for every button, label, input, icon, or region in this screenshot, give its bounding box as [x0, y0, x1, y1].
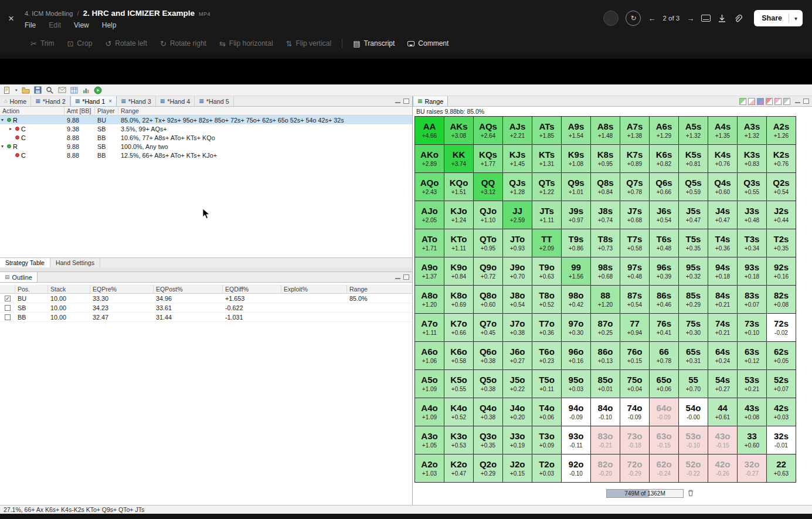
- avatar[interactable]: [603, 11, 619, 26]
- column-header-action[interactable]: Action: [0, 107, 64, 115]
- hand-cell-95o[interactable]: 95o+0.03: [562, 370, 591, 398]
- column-header-range[interactable]: Range: [347, 285, 412, 293]
- hand-cell-q4o[interactable]: Q4o+0.38: [474, 398, 503, 426]
- tab-hand-4[interactable]: ▦*Hand 4: [156, 96, 195, 106]
- hand-cell-k2s[interactable]: K2s+0.76: [767, 145, 796, 173]
- stripes-pink-icon[interactable]: [774, 98, 782, 105]
- hand-cell-q5s[interactable]: Q5s+0.59: [679, 173, 708, 201]
- column-header-pos[interactable]: Pos.: [15, 285, 48, 293]
- hand-cell-ako[interactable]: AKo+2.89: [415, 145, 444, 173]
- tool-flip-horizontal[interactable]: ⇆Flip horizontal: [219, 39, 273, 48]
- subtab-hand-settings[interactable]: Hand Settings: [50, 258, 100, 267]
- hand-cell-84s[interactable]: 84s+0.21: [708, 286, 738, 314]
- hand-cell-83s[interactable]: 83s+0.07: [738, 286, 767, 314]
- hand-cell-55[interactable]: 55+0.70: [679, 370, 708, 398]
- tool-rotate-right[interactable]: ↻Rotate right: [160, 39, 206, 48]
- open-folder-icon[interactable]: [22, 87, 30, 94]
- column-header-checkbox[interactable]: [0, 285, 15, 293]
- minimize-icon[interactable]: [395, 99, 400, 103]
- tab-hand-3[interactable]: ▦*Hand 3: [117, 96, 156, 106]
- attach-button[interactable]: [733, 14, 742, 23]
- menu-edit[interactable]: Edit: [49, 21, 61, 29]
- hand-cell-k7s[interactable]: K7s+0.89: [620, 145, 650, 173]
- hand-cell-a8o[interactable]: A8o+1.20: [415, 286, 444, 314]
- tool-flip-vertical[interactable]: ⇅Flip vertical: [286, 39, 332, 48]
- tab-hand-5[interactable]: ▦*Hand 5: [195, 96, 234, 106]
- breadcrumb-parent[interactable]: 4. ICM Modelling: [25, 10, 73, 17]
- sync-button[interactable]: ↻: [626, 11, 641, 26]
- tab-hand-1[interactable]: ▦*Hand 1×: [70, 96, 117, 106]
- hand-cell-44[interactable]: 44+0.61: [708, 398, 738, 426]
- hand-cell-jts[interactable]: JTs+1.11: [532, 201, 562, 229]
- hand-cell-a6s[interactable]: A6s+1.29: [650, 117, 679, 145]
- checkbox-bb[interactable]: [5, 314, 11, 320]
- hand-cell-j9s[interactable]: J9s+0.97: [562, 201, 591, 229]
- hand-cell-65s[interactable]: 65s+0.31: [679, 342, 708, 370]
- hand-cell-j6o[interactable]: J6o+0.27: [503, 342, 532, 370]
- expander-icon[interactable]: ▸: [9, 126, 15, 131]
- hand-cell-32s[interactable]: 32s-0.01: [767, 426, 796, 454]
- hand-cell-ats[interactable]: ATs+1.85: [532, 117, 562, 145]
- maximize-icon[interactable]: [403, 99, 409, 104]
- maximize-icon[interactable]: [403, 274, 409, 280]
- tool-transcript[interactable]: ▤Transcript: [353, 39, 395, 48]
- hand-cell-a3o[interactable]: A3o+1.05: [415, 426, 444, 454]
- hand-cell-98o[interactable]: 98o+0.42: [562, 286, 591, 314]
- hand-cell-k4o[interactable]: K4o+0.52: [444, 398, 474, 426]
- hand-cell-j8s[interactable]: J8s+0.74: [591, 201, 620, 229]
- hand-cell-64s[interactable]: 64s+0.24: [708, 342, 738, 370]
- hand-cell-t4s[interactable]: T4s+0.36: [708, 229, 738, 257]
- hand-cell-j2o[interactable]: J2o+0.15: [503, 454, 532, 483]
- hand-cell-a2s[interactable]: A2s+1.26: [767, 117, 796, 145]
- hand-cell-q6s[interactable]: Q6s+0.66: [650, 173, 679, 201]
- hand-cell-62o[interactable]: 62o-0.24: [650, 454, 679, 483]
- hand-cell-t2o[interactable]: T2o+0.03: [532, 454, 562, 483]
- hand-cell-j4o[interactable]: J4o+0.20: [503, 398, 532, 426]
- hand-cell-a4s[interactable]: A4s+1.35: [708, 117, 738, 145]
- hand-cell-a8s[interactable]: A8s+1.48: [591, 117, 620, 145]
- hand-cell-96o[interactable]: 96o+0.16: [562, 342, 591, 370]
- hand-cell-76o[interactable]: 76o+0.15: [620, 342, 650, 370]
- hand-cell-j5s[interactable]: J5s+0.47: [679, 201, 708, 229]
- save-icon[interactable]: [34, 86, 42, 94]
- hand-cell-kjo[interactable]: KJo+1.24: [444, 201, 474, 229]
- hand-cell-53s[interactable]: 53s+0.21: [738, 370, 767, 398]
- hand-cell-qjs[interactable]: QJs+1.28: [503, 173, 532, 201]
- hand-cell-54s[interactable]: 54s+0.27: [708, 370, 738, 398]
- hand-cell-t8s[interactable]: T8s+0.73: [591, 229, 620, 257]
- close-button[interactable]: ×: [8, 13, 14, 23]
- hand-cell-t8o[interactable]: T8o+0.52: [532, 286, 562, 314]
- hand-cell-q8o[interactable]: Q8o+0.60: [474, 286, 503, 314]
- expander-icon[interactable]: ▾: [1, 144, 6, 149]
- hand-cell-k9s[interactable]: K9s+1.08: [562, 145, 591, 173]
- hand-cell-52s[interactable]: 52s+0.07: [767, 370, 796, 398]
- hand-cell-k8s[interactable]: K8s+0.95: [591, 145, 620, 173]
- hand-cell-72s[interactable]: 72s-0.02: [767, 314, 796, 342]
- hand-cell-72o[interactable]: 72o-0.29: [620, 454, 650, 483]
- hand-cell-32o[interactable]: 32o-0.27: [738, 454, 767, 483]
- hand-cell-jto[interactable]: JTo+0.93: [503, 229, 532, 257]
- hand-cell-22[interactable]: 22+0.63: [767, 454, 796, 483]
- chevron-down-icon[interactable]: ▾: [15, 88, 18, 93]
- hand-cell-q3o[interactable]: Q3o+0.35: [474, 426, 503, 454]
- hand-cell-jj[interactable]: JJ+2.59: [503, 201, 532, 229]
- hand-cell-94s[interactable]: 94s+0.18: [708, 257, 738, 286]
- hand-cell-43s[interactable]: 43s+0.08: [738, 398, 767, 426]
- hand-cell-j6s[interactable]: J6s+0.54: [650, 201, 679, 229]
- column-header-eqdiff[interactable]: EQDiff%: [223, 285, 281, 293]
- hand-cell-t4o[interactable]: T4o+0.06: [532, 398, 562, 426]
- hand-cell-73s[interactable]: 73s+0.10: [738, 314, 767, 342]
- captions-button[interactable]: [701, 15, 711, 22]
- hand-cell-54o[interactable]: 54o-0.00: [679, 398, 708, 426]
- video-stage[interactable]: ▾: [0, 54, 812, 519]
- hand-cell-97o[interactable]: 97o+0.30: [562, 314, 591, 342]
- hand-cell-86o[interactable]: 86o+0.13: [591, 342, 620, 370]
- hand-cell-74s[interactable]: 74s+0.21: [708, 314, 738, 342]
- tab-outline[interactable]: ▤ Outline: [0, 272, 38, 282]
- hand-cell-a2o[interactable]: A2o+1.03: [415, 454, 444, 483]
- hand-cell-kqo[interactable]: KQo+1.51: [444, 173, 474, 201]
- hand-cell-t5o[interactable]: T5o+0.11: [532, 370, 562, 398]
- hand-cell-j7s[interactable]: J7s+0.68: [620, 201, 650, 229]
- hand-cell-a7s[interactable]: A7s+1.38: [620, 117, 650, 145]
- hand-cell-ato[interactable]: ATo+1.71: [415, 229, 444, 257]
